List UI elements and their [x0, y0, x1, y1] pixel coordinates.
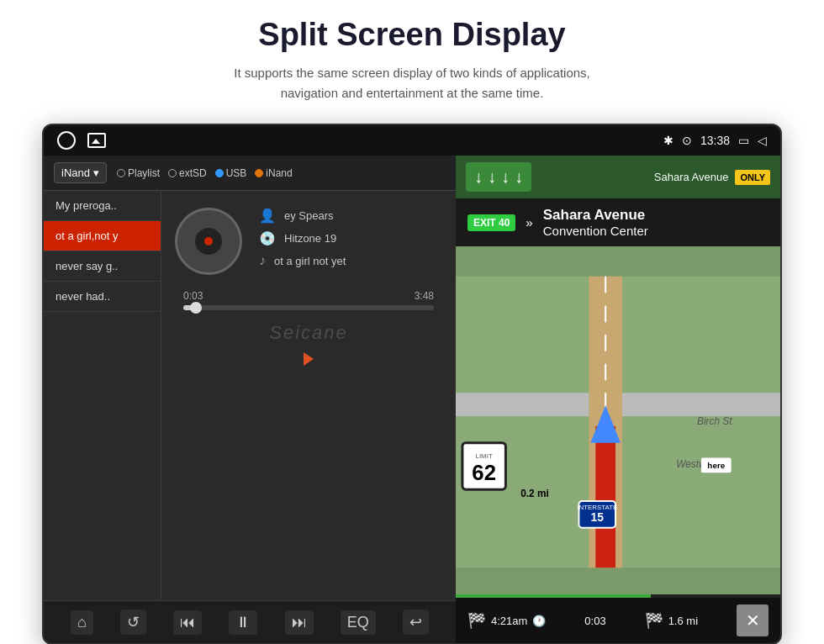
progress-bar[interactable]	[183, 305, 434, 310]
source-options: Playlist extSD USB iNand	[117, 167, 293, 179]
time-current: 0:03	[183, 290, 203, 302]
arrow-down-1: ↓	[474, 167, 483, 187]
exit-street: Sahara Avenue	[543, 207, 648, 224]
playlist-item-2[interactable]: never say g..	[44, 251, 161, 282]
playlist: My preroga.. ot a girl,not y never say g…	[44, 191, 161, 600]
prev-button[interactable]: ⏮	[173, 610, 202, 635]
time-total: 3:48	[415, 290, 434, 302]
svg-text:Birch St: Birch St	[697, 415, 732, 427]
source-usb[interactable]: USB	[215, 167, 247, 179]
map-area: Birch St Westwood INTERSTATE 15 here	[456, 246, 780, 598]
back-icon: ◁	[758, 134, 767, 147]
dropdown-arrow: ▾	[93, 166, 99, 179]
source-dropdown[interactable]: iNand ▾	[54, 162, 107, 183]
source-extsd[interactable]: extSD	[168, 167, 207, 179]
split-screen: iNand ▾ Playlist extSD USB	[44, 156, 780, 643]
song-row: ♪ ot a girl not yet	[259, 253, 442, 268]
page-title: Split Screen Display	[258, 17, 565, 53]
album-art-dot	[204, 237, 213, 245]
album-name: Hitzone 19	[284, 232, 336, 245]
arrival-time: 4:21am	[491, 615, 527, 627]
next-button[interactable]: ⏭	[285, 610, 314, 635]
nav-bottom: 🏁 4:21am 🕐 0:03 🏁 1.6 mi ✕	[456, 598, 780, 643]
play-controls: ⌂ ↺ ⏮ ⏸ ⏭ EQ ↩	[44, 600, 456, 643]
svg-rect-4	[622, 393, 780, 416]
exit-banner: EXIT 40 » Sahara Avenue Convention Cente…	[456, 198, 780, 246]
repeat-button[interactable]: ↺	[120, 610, 146, 635]
map-svg: Birch St Westwood INTERSTATE 15 here	[456, 246, 780, 598]
arrow-down-4: ↓	[515, 167, 523, 187]
exit-details: Sahara Avenue Convention Center	[543, 207, 648, 238]
exit-badge: EXIT 40	[467, 214, 515, 231]
artist-row: 👤 ey Spears	[259, 208, 442, 224]
remaining-distance: 1.6 mi	[668, 615, 698, 627]
playlist-item-0[interactable]: My preroga..	[44, 191, 161, 221]
play-indicator-icon	[304, 352, 314, 366]
status-left	[57, 131, 106, 150]
progress-thumb	[190, 302, 202, 314]
elapsed-stat: 0:03	[584, 615, 605, 627]
distance-stat: 🏁 1.6 mi	[645, 611, 698, 630]
song-name: ot a girl not yet	[274, 255, 346, 267]
home-button[interactable]: ⌂	[71, 610, 93, 635]
watermark: Seicane	[175, 322, 442, 344]
screen-icon: ▭	[738, 134, 749, 147]
radio-dot-inand	[255, 169, 263, 177]
image-icon	[87, 133, 106, 148]
album-art-inner	[195, 228, 222, 255]
route-progress-fill	[456, 594, 651, 598]
artist-name: ey Spears	[284, 209, 334, 222]
status-bar: ✱ ⊙ 13:38 ▭ ◁	[44, 125, 780, 156]
clock-icon: 🕐	[532, 615, 546, 627]
bluetooth-icon: ✱	[663, 134, 673, 147]
page-subtitle: It supports the same screen display of t…	[234, 63, 590, 103]
music-note-icon: ♪	[259, 253, 266, 268]
source-bar: iNand ▾ Playlist extSD USB	[44, 156, 456, 191]
pause-button[interactable]: ⏸	[229, 610, 257, 635]
flag-finish-icon: 🏁	[645, 611, 663, 630]
device-frame: ✱ ⊙ 13:38 ▭ ◁ iNand ▾ Playlist	[42, 124, 782, 644]
radio-dot-playlist	[117, 169, 125, 177]
close-nav-button[interactable]: ✕	[737, 604, 769, 636]
svg-text:LIMIT: LIMIT	[476, 452, 493, 460]
route-progress	[456, 594, 780, 598]
track-meta: 👤 ey Spears 💿 Hitzone 19 ♪ ot a girl not…	[259, 208, 442, 275]
sahara-top: Sahara Avenue	[654, 171, 729, 183]
clock: 13:38	[700, 134, 730, 147]
person-icon: 👤	[259, 208, 276, 224]
nav-directions: ↓ ↓ ↓ ↓ Sahara Avenue ONLY	[456, 156, 780, 198]
music-panel: iNand ▾ Playlist extSD USB	[44, 156, 456, 643]
elapsed-time: 0:03	[584, 615, 605, 627]
only-section: Sahara Avenue ONLY	[654, 170, 770, 185]
back-button[interactable]: ↩	[403, 610, 429, 635]
exit-venue: Convention Center	[543, 224, 648, 238]
flag-icon: 🏁	[467, 611, 486, 630]
source-inand[interactable]: iNand	[255, 167, 292, 179]
eq-button[interactable]: EQ	[341, 610, 376, 635]
player-main: 👤 ey Spears 💿 Hitzone 19 ♪ ot a girl not…	[161, 191, 456, 600]
location-icon: ⊙	[682, 134, 692, 147]
playlist-item-1[interactable]: ot a girl,not y	[44, 221, 161, 251]
progress-times: 0:03 3:48	[183, 290, 434, 302]
track-info: 👤 ey Spears 💿 Hitzone 19 ♪ ot a girl not…	[175, 208, 442, 275]
circle-icon	[57, 131, 76, 150]
playlist-item-3[interactable]: never had..	[44, 282, 161, 312]
direction-arrows: ↓ ↓ ↓ ↓	[466, 162, 531, 192]
radio-dot-extsd	[168, 169, 177, 177]
progress-area: 0:03 3:48	[175, 290, 442, 310]
svg-text:here: here	[707, 461, 725, 470]
svg-rect-3	[456, 393, 589, 416]
svg-text:62: 62	[472, 461, 496, 484]
navigation-panel: ↓ ↓ ↓ ↓ Sahara Avenue ONLY EXIT 40 » Sah…	[456, 156, 780, 643]
svg-text:15: 15	[591, 510, 605, 524]
svg-rect-7	[595, 426, 615, 567]
disc-icon: 💿	[259, 230, 276, 246]
arrow-separator: »	[526, 215, 532, 230]
arrow-down-3: ↓	[501, 167, 510, 187]
play-indicator-row	[175, 349, 442, 369]
only-badge: ONLY	[735, 170, 770, 185]
source-playlist[interactable]: Playlist	[117, 167, 160, 179]
arrow-down-2: ↓	[488, 167, 496, 187]
status-right: ✱ ⊙ 13:38 ▭ ◁	[663, 134, 767, 147]
svg-text:0.2 mi: 0.2 mi	[520, 488, 549, 499]
